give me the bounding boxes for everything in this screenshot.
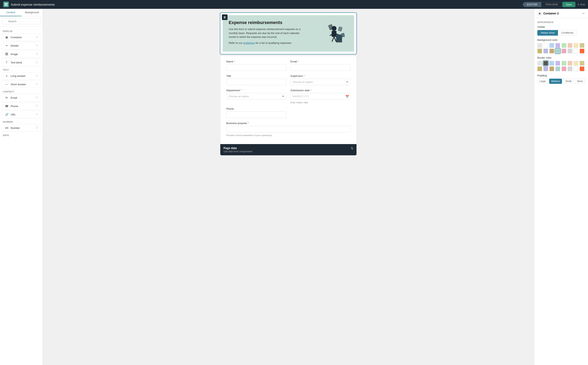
sidebar-tabs: Content Background [0, 9, 43, 16]
drag-handle-number[interactable]: ⠿ [36, 126, 38, 130]
border-color-tan[interactable] [580, 61, 584, 66]
border-color-orange-light[interactable] [567, 61, 572, 66]
editor-toggle-btn[interactable]: EDITOR [523, 2, 541, 7]
bg-color-blue-light[interactable] [549, 43, 554, 48]
sidebar-item-short-answer[interactable]: — Short answer ⠿ [2, 80, 41, 88]
page-data-expand-icon[interactable]: ⇅ [351, 147, 353, 150]
conditional-btn[interactable]: Conditional [558, 30, 577, 36]
drag-handle-email[interactable]: ⠿ [36, 96, 38, 100]
drag-handle-short-answer[interactable]: ⠿ [36, 83, 38, 86]
always-show-btn[interactable]: Always show [537, 30, 558, 36]
preview-toggle-btn[interactable]: PREVIEW [541, 2, 562, 7]
border-color-pink[interactable] [562, 66, 566, 71]
sidebar-item-number[interactable]: 123 Number ⠿ [2, 124, 41, 132]
bg-color-green-light[interactable] [562, 43, 566, 48]
drag-handle-container[interactable]: ⠿ [36, 35, 38, 39]
delete-container-button[interactable]: 🗑 [222, 14, 228, 20]
search-input[interactable] [2, 18, 41, 24]
sidebar-item-text-block[interactable]: T Text block ⠿ [2, 59, 41, 66]
appearance-label: APPEARANCE [537, 21, 585, 23]
border-color-lavender[interactable] [543, 66, 548, 71]
drag-handle-phone[interactable]: ⠿ [36, 104, 38, 108]
canvas: 🗑 Expense reimbursements Use this form t… [43, 9, 534, 365]
sidebar-item-container[interactable]: ▣ Container ⠿ [2, 33, 41, 41]
border-color-teal-light[interactable] [555, 66, 560, 71]
tab-content[interactable]: Content [0, 9, 22, 16]
phone-input[interactable] [226, 112, 286, 118]
bg-color-white-2[interactable] [574, 49, 578, 53]
padding-large-btn[interactable]: Large [537, 79, 548, 84]
drag-handle-long-answer[interactable]: ⠿ [36, 74, 38, 78]
visible-label: Visible [537, 25, 585, 28]
svg-line-9 [334, 37, 336, 42]
drag-handle-text-block[interactable]: ⠿ [36, 61, 38, 64]
department-select[interactable]: Choose an option [226, 93, 286, 100]
border-color-purple-light[interactable] [555, 61, 560, 66]
svg-rect-5 [337, 35, 341, 41]
phone-row: Phone [226, 107, 351, 118]
main-layout: Content Background DISPLAY ▣ Container ⠿… [0, 9, 588, 365]
drag-handle-url[interactable]: ⠿ [36, 113, 38, 116]
border-color-gold[interactable] [537, 66, 542, 71]
bg-color-transparent[interactable] [537, 43, 542, 48]
border-color-white[interactable] [574, 66, 578, 71]
submission-date-label: Submission date * [290, 89, 351, 92]
border-color-gray[interactable] [567, 66, 572, 71]
sidebar-item-image-label: Image [11, 53, 34, 56]
bg-color-teal-light[interactable] [555, 49, 560, 53]
bg-color-red-orange[interactable] [580, 49, 584, 53]
sidebar-item-image[interactable]: 🖼 Image ⠿ [2, 50, 41, 58]
border-color-yellow-light[interactable] [574, 61, 578, 66]
drag-handle-divider[interactable]: ⠿ [36, 44, 38, 48]
sidebar-item-divider[interactable]: ━ Divider ⠿ [2, 42, 41, 49]
bg-color-lavender[interactable] [543, 49, 548, 53]
sidebar-item-long-answer[interactable]: ≡ Long answer ⠿ [2, 72, 41, 80]
border-color-red-orange[interactable] [580, 66, 584, 71]
submission-date-input[interactable] [290, 93, 351, 100]
supervisor-select[interactable]: Choose an option [290, 79, 351, 85]
edit-container-name-icon[interactable]: ✏ [582, 12, 585, 15]
phone-icon: ☎ [5, 104, 9, 108]
exit-button[interactable]: ✕ Exit [577, 3, 585, 6]
text-section-label: TEXT [0, 67, 43, 72]
hero-container[interactable]: 🗑 Expense reimbursements Use this form t… [220, 13, 357, 54]
background-color-row: Background color [537, 38, 585, 53]
sidebar-item-url[interactable]: 🔗 URL ⠿ [2, 111, 41, 118]
bg-color-tan[interactable] [580, 43, 584, 48]
business-purpose-row: Business purpose * Provide a short expla… [226, 122, 351, 136]
sidebar-item-url-label: URL [11, 113, 34, 116]
name-label: Name * [226, 60, 286, 63]
right-panel-title: Container 2 [543, 12, 581, 15]
title-input[interactable] [226, 79, 286, 85]
padding-none-btn[interactable]: None [575, 79, 585, 84]
border-color-dark[interactable] [543, 61, 548, 66]
exit-x-icon: ✕ [577, 3, 580, 6]
business-purpose-input[interactable] [226, 126, 351, 133]
bg-color-yellow-light[interactable] [574, 43, 578, 48]
bg-color-purple-light[interactable] [555, 43, 560, 48]
sidebar-item-email[interactable]: ✉ Email ⠿ [2, 94, 41, 101]
sidebar-item-phone[interactable]: ☎ Phone ⠿ [2, 102, 41, 110]
hero-description: Use this form to submit expense reimburs… [229, 27, 305, 39]
tab-background[interactable]: Background [22, 9, 43, 16]
bg-color-gray[interactable] [567, 49, 572, 53]
email-input[interactable] [290, 64, 351, 71]
bg-color-pink[interactable] [562, 49, 566, 53]
save-button[interactable]: Save [562, 2, 576, 7]
padding-medium-btn[interactable]: Medium [549, 79, 562, 84]
bg-color-gold[interactable] [537, 49, 542, 53]
border-color-transparent[interactable] [537, 61, 542, 66]
bg-color-amber[interactable] [549, 49, 554, 53]
padding-small-btn[interactable]: Small [563, 79, 574, 84]
guideline-link[interactable]: guidelines [243, 42, 255, 44]
border-color-amber[interactable] [549, 66, 554, 71]
bg-color-orange-light[interactable] [567, 43, 572, 48]
drag-handle-image[interactable]: ⠿ [36, 52, 38, 56]
border-color-blue-light[interactable] [549, 61, 554, 66]
bg-color-white[interactable] [543, 43, 548, 48]
title-supervisor-row: Title Supervisor * Choose an option [226, 74, 351, 85]
name-input[interactable] [226, 64, 286, 71]
border-color-green-light[interactable] [562, 61, 566, 66]
visible-row: Visible Always show Conditional [537, 25, 585, 36]
visible-toggle-group: Always show Conditional [537, 30, 585, 36]
